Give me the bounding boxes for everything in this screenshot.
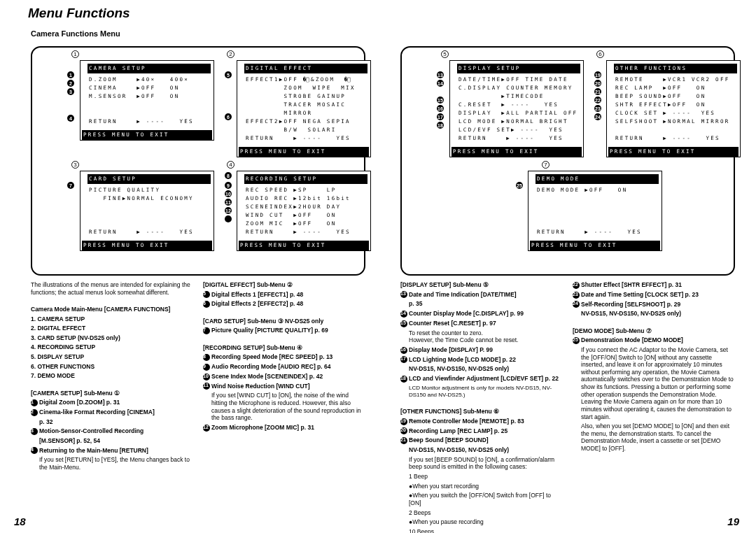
- callout-4: 4: [227, 161, 234, 169]
- callout-1: 1: [71, 50, 79, 58]
- col-b: [DIGITAL EFFECT] Sub-Menu ② 5Digital Eff…: [203, 281, 365, 434]
- figure-left: 1 CAMERA SETUP D.ZOOM ▶40× 400× CINEMA ▶…: [31, 46, 365, 276]
- main-menu-header: Camera Mode Main-Menu [CAMERA FUNCTIONS]: [31, 306, 170, 313]
- callout-6: 6: [596, 50, 604, 58]
- col-c: [DISPLAY SETUP] Sub-Menu ⑤ 13Date and Ti…: [400, 281, 563, 533]
- menu-demo-mode: DEMO MODE DEMO MODE ▶OFF ON RETURN ▶ ---…: [528, 171, 662, 251]
- section-title: Camera Functions Menu: [31, 29, 120, 38]
- page-number-right: 19: [727, 516, 739, 527]
- menu-digital-effect: DIGITAL EFFECT EFFECT1▶OFF �⃝&ZOOM �⃝ ZO…: [237, 60, 371, 157]
- figure-right: 5 DISPLAY SETUP DATE/TIME▶OFF TIME DATE …: [400, 46, 735, 276]
- col-d: 22Shutter Effect [SHTR EFFECT] p. 31 23D…: [573, 281, 735, 455]
- sub1-header: [CAMERA SETUP] Sub-Menu ①: [31, 390, 120, 397]
- menu-display-setup: DISPLAY SETUP DATE/TIME▶OFF TIME DATE C.…: [449, 60, 584, 157]
- callout-2: 2: [227, 50, 234, 58]
- sub2-header: [DIGITAL EFFECT] Sub-Menu ②: [203, 281, 293, 288]
- sub3-header: [CARD SETUP] Sub-Menu ③ NV-DS25 only: [203, 318, 323, 325]
- callout-3: 3: [71, 161, 79, 169]
- page-number-left: 18: [14, 516, 26, 527]
- col-a: The illustrations of the menus are inten…: [31, 281, 190, 474]
- menu-recording-setup: RECORDING SETUP REC SPEED ▶SP LP AUDIO R…: [237, 171, 371, 251]
- menu-other-functions: OTHER FUNCTIONS REMOTE ▶VCR1 VCR2 OFF RE…: [606, 60, 741, 157]
- callout-5: 5: [441, 50, 449, 58]
- menu-header: CAMERA SETUP: [88, 64, 211, 73]
- menu-camera-setup: CAMERA SETUP D.ZOOM ▶40× 400× CINEMA ▶OF…: [80, 60, 214, 141]
- menu-card-setup: CARD SETUP PICTURE QUALITY FINE▶NORMAL E…: [80, 171, 214, 251]
- sub5-header: [DISPLAY SETUP] Sub-Menu ⑤: [400, 281, 489, 288]
- page-title: Menu Functions: [28, 6, 130, 21]
- callout-7: 7: [542, 161, 550, 169]
- intro-text: The illustrations of the menus are inten…: [31, 281, 190, 296]
- sub7-header: [DEMO MODE] Sub-Menu ⑦: [573, 327, 652, 334]
- sub6-header: [OTHER FUNCTIONS] Sub-Menu ⑥: [400, 408, 499, 415]
- sub4-header: [RECORDING SETUP] Sub-Menu ④: [203, 344, 302, 351]
